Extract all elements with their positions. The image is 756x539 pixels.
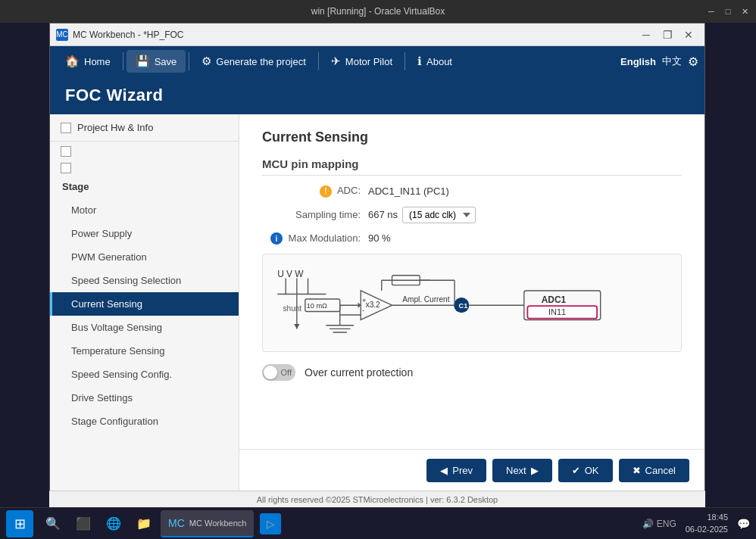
generate-icon: ⚙ bbox=[201, 55, 211, 68]
taskbar-time-value: 18:45 bbox=[686, 512, 728, 523]
sidebar-item-motor[interactable]: Motor bbox=[50, 198, 239, 222]
svg-text:ADC1: ADC1 bbox=[542, 294, 567, 305]
os-title-bar: win [Running] - Oracle VirtualBox ─ □ ✕ bbox=[0, 0, 756, 23]
sidebar-top-row: Project Hw & Info bbox=[50, 114, 239, 142]
menu-about[interactable]: ℹ About bbox=[408, 50, 461, 73]
sidebar-item-stage-config[interactable]: Stage Configuration bbox=[50, 410, 239, 433]
svg-text:Ampl. Current: Ampl. Current bbox=[402, 295, 449, 304]
sidebar-item-power-supply-label: Power Supply bbox=[71, 228, 132, 239]
next-label: Next bbox=[506, 465, 526, 476]
app-title: MC Workbench - *HP_FOC bbox=[73, 30, 636, 40]
sidebar-item-speed-config-label: Speed Sensing Config. bbox=[71, 369, 172, 380]
menu-save[interactable]: 💾 Save bbox=[127, 50, 186, 73]
taskbar-clock: 18:45 06-02-2025 bbox=[686, 512, 728, 535]
vscode-icon: ▷ bbox=[260, 513, 281, 534]
circuit-svg: U V W shunt bbox=[270, 262, 673, 344]
menu-bar: 🏠 Home 💾 Save ⚙ Generate the project ✈ M… bbox=[50, 46, 704, 76]
modulation-label: i Max Modulation: bbox=[262, 232, 361, 245]
cancel-label: Cancel bbox=[645, 465, 676, 476]
menu-home[interactable]: 🏠 Home bbox=[56, 50, 120, 73]
sidebar-top-label: Project Hw & Info bbox=[77, 122, 153, 133]
menu-sep-1 bbox=[123, 52, 123, 70]
sidebar-item-motor-label: Motor bbox=[71, 204, 96, 216]
settings-icon[interactable]: ⚙ bbox=[688, 55, 698, 69]
mc-icon: MC bbox=[168, 517, 185, 529]
prev-button[interactable]: ◀ Prev bbox=[426, 459, 486, 482]
modulation-info-icon[interactable]: i bbox=[270, 232, 283, 245]
about-icon: ℹ bbox=[417, 55, 422, 68]
foc-wizard-header: FOC Wizard bbox=[50, 76, 704, 114]
adc-value: ADC1_IN11 (PC1) bbox=[368, 185, 449, 197]
sidebar-top-checkbox[interactable] bbox=[61, 123, 71, 133]
os-maximize[interactable]: □ bbox=[723, 6, 733, 17]
sampling-clk-dropdown[interactable]: (15 adc clk) bbox=[402, 207, 476, 223]
menu-motor-pilot[interactable]: ✈ Motor Pilot bbox=[322, 50, 401, 73]
app-maximize[interactable]: ❐ bbox=[658, 25, 677, 45]
taskbar-search[interactable]: 🔍 bbox=[39, 510, 67, 537]
taskbar: ⊞ 🔍 ⬛ 🌐 📁 MC MC Workbench ▷ 🔊 ENG 18:45 … bbox=[0, 507, 756, 539]
modulation-field-label: Max Modulation: bbox=[289, 232, 361, 244]
sidebar-item-speed-sensing[interactable]: Speed Sensing Selection bbox=[50, 269, 239, 292]
sidebar-item-temperature-label: Temperature Sensing bbox=[71, 345, 165, 357]
circuit-diagram: U V W shunt bbox=[262, 254, 682, 352]
taskbar-date-value: 06-02-2025 bbox=[686, 524, 728, 535]
sidebar-item-stage-config-label: Stage Configuration bbox=[71, 416, 158, 427]
sidebar-item-bus-voltage[interactable]: Bus Voltage Sensing bbox=[50, 316, 239, 339]
ok-icon: ✔ bbox=[572, 465, 580, 476]
folder-icon: 📁 bbox=[136, 516, 152, 531]
taskbar-task-view[interactable]: ⬛ bbox=[70, 510, 97, 537]
toggle-row: Off Over current protection bbox=[262, 364, 682, 381]
sidebar-item-pwm-label: PWM Generation bbox=[71, 251, 147, 263]
lang-english[interactable]: English bbox=[620, 56, 656, 67]
taskbar-edge[interactable]: 🌐 bbox=[100, 510, 127, 537]
taskbar-mc-workbench[interactable]: MC MC Workbench bbox=[161, 510, 254, 537]
sidebar-item-power-supply[interactable]: Power Supply bbox=[50, 222, 239, 245]
taskbar-right: 🔊 ENG 18:45 06-02-2025 💬 bbox=[642, 512, 750, 535]
bottom-bar: ◀ Prev Next ▶ ✔ OK ✖ Cancel bbox=[239, 449, 704, 491]
os-window-controls[interactable]: ─ □ ✕ bbox=[706, 6, 750, 17]
sidebar-check-row-2 bbox=[50, 161, 239, 175]
svg-marker-5 bbox=[294, 324, 299, 329]
svg-text:IN11: IN11 bbox=[548, 307, 566, 316]
sidebar-check-2[interactable] bbox=[61, 163, 71, 173]
taskbar-vs-code[interactable]: ▷ bbox=[257, 510, 284, 537]
svg-text:C1: C1 bbox=[459, 302, 468, 310]
app-title-bar: MC MC Workbench - *HP_FOC ─ ❐ ✕ bbox=[50, 23, 704, 46]
os-minimize[interactable]: ─ bbox=[706, 6, 717, 17]
os-close[interactable]: ✕ bbox=[739, 6, 750, 17]
sidebar-item-speed-config[interactable]: Speed Sensing Config. bbox=[50, 363, 239, 386]
start-button[interactable]: ⊞ bbox=[6, 510, 33, 537]
menu-sep-4 bbox=[405, 52, 405, 70]
adc-field-label: ADC: bbox=[337, 185, 361, 196]
ok-label: OK bbox=[585, 465, 599, 476]
app-minimize[interactable]: ─ bbox=[636, 25, 656, 45]
mc-app-label: MC Workbench bbox=[189, 519, 247, 528]
taskbar-items: 🔍 ⬛ 🌐 📁 MC MC Workbench ▷ bbox=[39, 510, 284, 537]
sidebar-item-current-sensing[interactable]: Current Sensing bbox=[50, 292, 239, 316]
taskbar-sys-icons: 🔊 ENG bbox=[642, 519, 676, 529]
cancel-button[interactable]: ✖ Cancel bbox=[619, 459, 689, 482]
lang-chinese[interactable]: 中文 bbox=[662, 55, 682, 68]
notification-icon[interactable]: 💬 bbox=[737, 518, 750, 530]
main-content: FOC Wizard Project Hw & Info Stage bbox=[50, 76, 704, 491]
sampling-value: 667 ns (15 adc clk) bbox=[368, 207, 476, 223]
app-close[interactable]: ✕ bbox=[679, 25, 698, 45]
sidebar-item-current-sensing-label: Current Sensing bbox=[71, 298, 142, 310]
next-button[interactable]: Next ▶ bbox=[492, 459, 552, 482]
modulation-value: 90 % bbox=[368, 232, 391, 244]
content-panel: Current Sensing MCU pin mapping ! ADC: A… bbox=[239, 114, 704, 491]
menu-about-label: About bbox=[426, 56, 452, 67]
next-icon: ▶ bbox=[531, 465, 539, 476]
cancel-icon: ✖ bbox=[633, 465, 641, 476]
menu-generate[interactable]: ⚙ Generate the project bbox=[192, 50, 315, 73]
sidebar-item-pwm[interactable]: PWM Generation bbox=[50, 245, 239, 269]
taskbar-explorer[interactable]: 📁 bbox=[130, 510, 158, 537]
sidebar-item-temperature[interactable]: Temperature Sensing bbox=[50, 339, 239, 363]
sidebar-item-drive-settings[interactable]: Drive Settings bbox=[50, 386, 239, 410]
app-controls[interactable]: ─ ❐ ✕ bbox=[636, 25, 698, 45]
sidebar-check-1[interactable] bbox=[61, 146, 71, 157]
status-text: All rights reserved ©2025 STMicroelectro… bbox=[257, 495, 498, 504]
ok-button[interactable]: ✔ OK bbox=[558, 459, 613, 482]
adc-info-icon[interactable]: ! bbox=[320, 185, 332, 198]
over-current-toggle[interactable]: Off bbox=[262, 364, 295, 381]
